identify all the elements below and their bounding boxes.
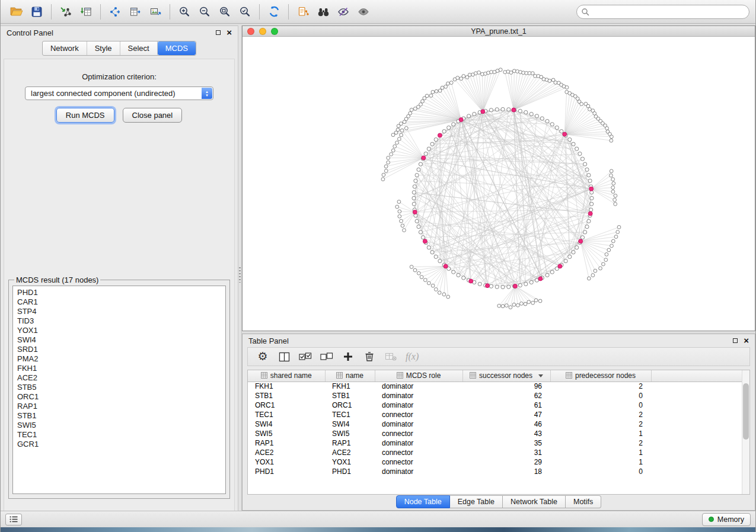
show-all-button[interactable] <box>353 3 374 21</box>
export-table-button[interactable] <box>125 3 145 21</box>
network-node[interactable] <box>398 214 401 218</box>
network-node[interactable] <box>611 178 615 181</box>
network-node[interactable] <box>611 186 615 190</box>
network-node[interactable] <box>400 129 404 132</box>
column-header-name[interactable]: name <box>325 370 375 382</box>
network-node[interactable] <box>410 108 413 112</box>
network-node[interactable] <box>456 76 460 80</box>
network-node[interactable] <box>446 295 450 299</box>
network-node[interactable] <box>610 135 614 139</box>
mcds-result-item[interactable]: STB1 <box>17 411 225 421</box>
network-node[interactable] <box>438 291 441 294</box>
network-node[interactable] <box>507 285 511 289</box>
export-network-button[interactable] <box>105 3 125 21</box>
network-node[interactable] <box>431 284 435 287</box>
network-node[interactable] <box>397 137 401 141</box>
dominator-node[interactable] <box>588 211 592 216</box>
dominator-node[interactable] <box>512 108 516 112</box>
network-node[interactable] <box>409 111 412 115</box>
network-node[interactable] <box>446 82 450 85</box>
close-window-icon[interactable] <box>247 28 254 35</box>
column-header-shared-name[interactable]: shared name <box>248 370 325 382</box>
network-node[interactable] <box>588 179 592 182</box>
table-row[interactable]: RAP1RAP1dominator352 <box>248 438 742 448</box>
mcds-result-list[interactable]: PHD1CAR1STP4TID3YOX1SWI4SRD1PMA2FKH1ACE2… <box>12 286 226 494</box>
network-node[interactable] <box>430 251 434 254</box>
network-node[interactable] <box>449 81 453 85</box>
network-node[interactable] <box>419 102 423 106</box>
network-node[interactable] <box>384 165 388 168</box>
show-columns-button[interactable] <box>277 350 291 363</box>
network-node[interactable] <box>565 86 569 89</box>
table-row[interactable]: ACE2ACE2connector311 <box>248 448 742 457</box>
tab-network[interactable]: Network <box>43 41 87 55</box>
mcds-result-item[interactable]: ACE2 <box>17 373 225 383</box>
add-column-button[interactable] <box>342 350 355 363</box>
network-node[interactable] <box>594 269 597 273</box>
network-canvas[interactable] <box>243 37 755 331</box>
network-node[interactable] <box>417 168 420 171</box>
panel-menu-button[interactable] <box>5 514 22 525</box>
hide-selected-button[interactable] <box>333 3 353 21</box>
vertical-splitter[interactable] <box>238 25 242 511</box>
memory-button[interactable]: Memory <box>702 513 751 526</box>
network-node[interactable] <box>540 117 544 120</box>
network-node[interactable] <box>585 168 589 171</box>
zoom-selected-button[interactable] <box>235 3 255 21</box>
tab-style[interactable]: Style <box>87 41 120 55</box>
mcds-result-item[interactable]: TID3 <box>17 316 225 326</box>
network-node[interactable] <box>588 108 592 111</box>
table-row[interactable]: YOX1YOX1connector291 <box>248 457 742 467</box>
network-node[interactable] <box>586 104 590 108</box>
network-node[interactable] <box>417 225 420 229</box>
network-node[interactable] <box>612 182 615 185</box>
network-node[interactable] <box>527 300 531 304</box>
search-input[interactable] <box>576 5 749 19</box>
network-node[interactable] <box>452 123 455 126</box>
network-node[interactable] <box>546 120 549 123</box>
network-node[interactable] <box>499 68 502 72</box>
network-node[interactable] <box>434 138 438 142</box>
network-node[interactable] <box>489 284 493 288</box>
network-node[interactable] <box>444 85 448 88</box>
network-node[interactable] <box>529 112 533 116</box>
run-mcds-button[interactable]: Run MCDS <box>56 108 114 123</box>
network-node[interactable] <box>550 123 554 126</box>
network-node[interactable] <box>417 271 420 275</box>
network-node[interactable] <box>427 246 430 249</box>
save-session-button[interactable] <box>27 3 47 21</box>
network-node[interactable] <box>404 126 408 130</box>
network-node[interactable] <box>512 303 516 306</box>
network-node[interactable] <box>587 174 591 177</box>
table-scrollbar[interactable] <box>742 370 749 494</box>
select-all-button[interactable] <box>299 350 312 363</box>
network-node[interactable] <box>421 100 425 103</box>
network-node[interactable] <box>524 282 528 286</box>
dominator-node[interactable] <box>513 284 517 289</box>
network-node[interactable] <box>531 301 535 305</box>
zoom-fit-button[interactable] <box>215 3 235 21</box>
tab-mcds[interactable]: MCDS <box>158 41 196 55</box>
network-node[interactable] <box>509 306 512 309</box>
mcds-result-item[interactable]: TEC1 <box>17 430 225 440</box>
table-row[interactable]: ORC1ORC1dominator610 <box>248 400 742 410</box>
network-node[interactable] <box>554 81 557 85</box>
network-node[interactable] <box>390 153 393 156</box>
table-row[interactable]: STB1STB1dominator620 <box>248 391 742 400</box>
table-row[interactable]: TEC1TEC1connector472 <box>248 410 742 419</box>
network-node[interactable] <box>495 285 499 289</box>
network-node[interactable] <box>610 174 613 177</box>
dominator-node[interactable] <box>413 210 417 214</box>
network-node[interactable] <box>568 138 572 142</box>
network-node[interactable] <box>590 196 594 200</box>
network-node[interactable] <box>396 128 400 132</box>
network-node[interactable] <box>391 149 395 152</box>
network-node[interactable] <box>434 255 438 258</box>
network-node[interactable] <box>424 152 428 155</box>
network-node[interactable] <box>605 253 608 257</box>
network-node[interactable] <box>430 142 434 146</box>
network-node[interactable] <box>419 230 422 234</box>
network-node[interactable] <box>427 147 430 150</box>
network-node[interactable] <box>605 127 609 130</box>
network-node[interactable] <box>555 126 559 129</box>
